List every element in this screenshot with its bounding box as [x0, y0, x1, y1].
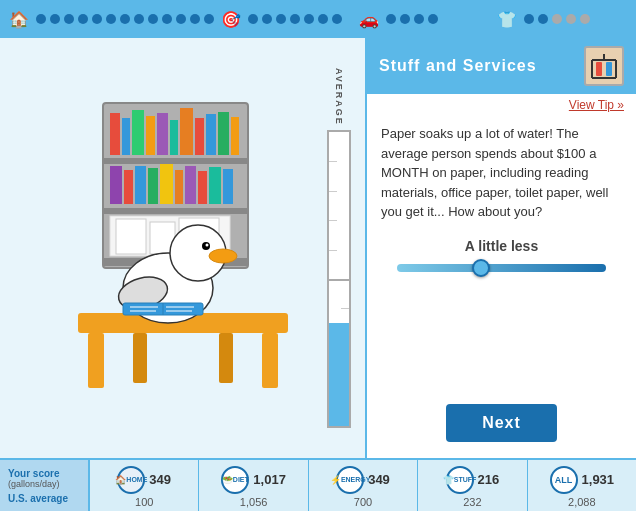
score-diet: 🥗DIET 1,017 1,056: [199, 460, 308, 511]
nav-dot: [400, 14, 410, 24]
panel-title: Stuff and Services: [379, 57, 537, 75]
panel-header-icon: [584, 46, 624, 86]
nav-dot: [276, 14, 286, 24]
next-button[interactable]: Next: [446, 404, 557, 442]
diet-icon-badge[interactable]: 🥗DIET: [221, 466, 249, 494]
nav-dot: [64, 14, 74, 24]
car-icon[interactable]: 🚗: [358, 8, 380, 30]
all-icon-badge[interactable]: ALL: [550, 466, 578, 494]
nav-dot: [552, 14, 562, 24]
us-average-label: U.S. average: [8, 493, 80, 504]
stuff-icon-badge[interactable]: 👕STUFF: [446, 466, 474, 494]
stuff-your-score: 216: [478, 472, 500, 487]
slider-track[interactable]: [397, 264, 606, 272]
illustration: [68, 98, 298, 398]
info-text: Paper soaks up a lot of water! The avera…: [381, 124, 622, 222]
panel-header: Stuff and Services: [367, 38, 636, 94]
diet-score-row: 🥗DIET 1,017: [217, 464, 290, 496]
right-panel: Stuff and Services View Tip » Paper soak…: [365, 38, 636, 458]
energy-avg: 700: [354, 496, 372, 508]
nav-dot: [386, 14, 396, 24]
svg-rect-26: [116, 219, 146, 254]
energy-your-score: 349: [368, 472, 390, 487]
home-icon-badge[interactable]: 🏠HOME: [117, 466, 145, 494]
crosshair-icon[interactable]: 🎯: [220, 8, 242, 30]
svg-rect-20: [175, 170, 183, 204]
gauge-label: AVERAGE: [334, 68, 344, 126]
nav-dot: [414, 14, 424, 24]
stuff-score-row: 👕STUFF 216: [442, 464, 504, 496]
nav-dots-3: [386, 14, 490, 24]
score-all: ALL 1,931 2,088: [528, 460, 636, 511]
svg-rect-33: [219, 333, 233, 383]
nav-dot: [262, 14, 272, 24]
svg-rect-24: [223, 169, 233, 204]
shirt-icon[interactable]: 👕: [496, 8, 518, 30]
nav-dot: [304, 14, 314, 24]
score-home: 🏠HOME 349 100: [90, 460, 199, 511]
score-stuff: 👕STUFF 216 232: [418, 460, 527, 511]
svg-rect-6: [132, 110, 144, 155]
svg-rect-12: [206, 114, 216, 155]
nav-dot: [176, 14, 186, 24]
panel-body: Paper soaks up a lot of water! The avera…: [367, 116, 636, 404]
nav-dot: [524, 14, 534, 24]
slider-thumb[interactable]: [472, 259, 490, 277]
svg-rect-18: [148, 168, 158, 204]
your-score-label: Your score: [8, 468, 80, 479]
nav-dot: [566, 14, 576, 24]
home-avg: 100: [135, 496, 153, 508]
nav-dot: [148, 14, 158, 24]
home-your-score: 349: [149, 472, 171, 487]
svg-rect-10: [180, 108, 193, 155]
gauge: AVERAGE: [323, 68, 355, 428]
svg-rect-51: [596, 62, 602, 76]
svg-rect-13: [218, 112, 229, 155]
svg-rect-7: [146, 116, 155, 155]
svg-rect-2: [103, 208, 248, 214]
top-nav: 🏠 🎯 🚗 👕: [0, 0, 636, 38]
nav-dot: [318, 14, 328, 24]
clothes-icon: [588, 50, 620, 82]
nav-dot: [538, 14, 548, 24]
nav-dot: [92, 14, 102, 24]
gauge-fill: [329, 323, 349, 426]
gauge-bar: [327, 130, 351, 428]
diet-avg: 1,056: [240, 496, 268, 508]
svg-point-38: [209, 249, 237, 263]
nav-dot: [134, 14, 144, 24]
nav-dot: [580, 14, 590, 24]
svg-rect-23: [209, 167, 221, 204]
nav-dot: [290, 14, 300, 24]
svg-rect-9: [170, 120, 178, 155]
svg-point-37: [205, 244, 208, 247]
svg-rect-21: [185, 166, 196, 204]
view-tip-link[interactable]: View Tip »: [367, 94, 636, 116]
nav-dot: [428, 14, 438, 24]
nav-dot: [204, 14, 214, 24]
svg-rect-17: [135, 166, 146, 204]
home-icon[interactable]: 🏠: [8, 8, 30, 30]
score-bar: Your score (gallons/day) U.S. average 🏠H…: [0, 458, 636, 511]
svg-rect-31: [262, 333, 278, 388]
svg-rect-8: [157, 113, 168, 155]
nav-dots-2: [248, 14, 352, 24]
svg-rect-30: [88, 333, 104, 388]
slider-container[interactable]: [381, 264, 622, 272]
score-energy: ⚡ENERGY 349 700: [309, 460, 418, 511]
left-panel: AVERAGE: [0, 38, 365, 458]
nav-dot: [332, 14, 342, 24]
nav-dot: [248, 14, 258, 24]
main-content: AVERAGE Stuff and Servi: [0, 38, 636, 458]
svg-rect-1: [103, 158, 248, 164]
stuff-avg: 232: [463, 496, 481, 508]
energy-score-row: ⚡ENERGY 349: [332, 464, 394, 496]
all-avg: 2,088: [568, 496, 596, 508]
nav-dot: [120, 14, 130, 24]
all-score-row: ALL 1,931: [546, 464, 619, 496]
svg-rect-15: [110, 166, 122, 204]
svg-rect-22: [198, 171, 207, 204]
nav-dot: [78, 14, 88, 24]
energy-icon-badge[interactable]: ⚡ENERGY: [336, 466, 364, 494]
svg-rect-32: [133, 333, 147, 383]
